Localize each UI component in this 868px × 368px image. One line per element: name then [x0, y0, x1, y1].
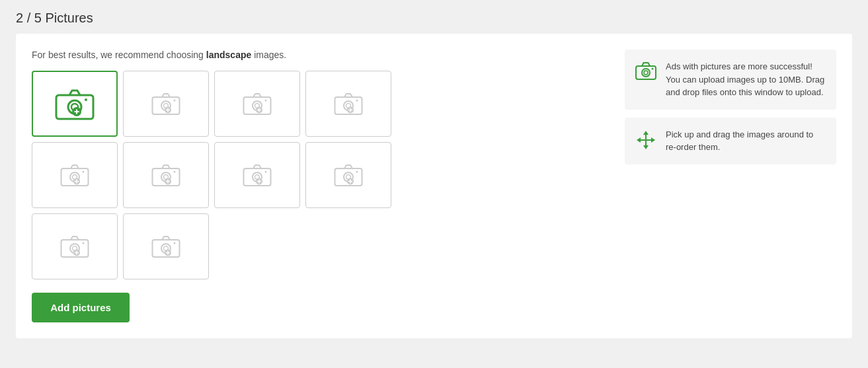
svg-point-38	[174, 171, 176, 173]
upload-info-text: Ads with pictures are more successful! Y…	[666, 60, 826, 99]
svg-point-45	[265, 171, 267, 173]
svg-marker-74	[643, 131, 649, 135]
svg-point-10	[174, 100, 176, 102]
hint-text: For best results, we recommend choosing …	[32, 50, 604, 60]
svg-point-52	[356, 171, 358, 173]
image-slot-4[interactable]	[305, 71, 391, 137]
svg-point-17	[265, 100, 267, 102]
image-slot-3[interactable]	[214, 71, 300, 137]
image-slot-2[interactable]	[123, 71, 209, 137]
main-card: For best results, we recommend choosing …	[16, 34, 852, 338]
reorder-info-text: Pick up and drag the images around to re…	[666, 128, 826, 154]
svg-point-72	[644, 71, 648, 75]
image-slot-1[interactable]	[32, 71, 118, 137]
move-icon	[635, 129, 656, 153]
image-grid	[32, 71, 604, 279]
left-section: For best results, we recommend choosing …	[32, 50, 604, 322]
right-section: Ads with pictures are more successful! Y…	[625, 50, 836, 322]
svg-marker-77	[651, 137, 655, 143]
svg-point-3	[85, 98, 87, 101]
camera-icon	[635, 61, 656, 82]
reorder-info-card: Pick up and drag the images around to re…	[625, 118, 836, 165]
svg-marker-75	[643, 145, 649, 149]
svg-point-31	[83, 171, 85, 173]
add-pictures-button[interactable]: Add pictures	[32, 293, 130, 322]
page-title: 2 / 5 Pictures	[16, 11, 852, 26]
image-slot-9[interactable]	[32, 213, 118, 279]
svg-point-71	[642, 69, 650, 77]
image-slot-5[interactable]	[32, 142, 118, 208]
svg-point-73	[652, 68, 654, 70]
svg-point-59	[83, 242, 85, 244]
svg-point-66	[174, 242, 176, 244]
image-slot-10[interactable]	[123, 213, 209, 279]
svg-marker-76	[637, 137, 641, 143]
image-slot-7[interactable]	[214, 142, 300, 208]
upload-info-card: Ads with pictures are more successful! Y…	[625, 50, 836, 110]
image-slot-6[interactable]	[123, 142, 209, 208]
svg-point-24	[356, 100, 358, 102]
image-slot-8[interactable]	[305, 142, 391, 208]
